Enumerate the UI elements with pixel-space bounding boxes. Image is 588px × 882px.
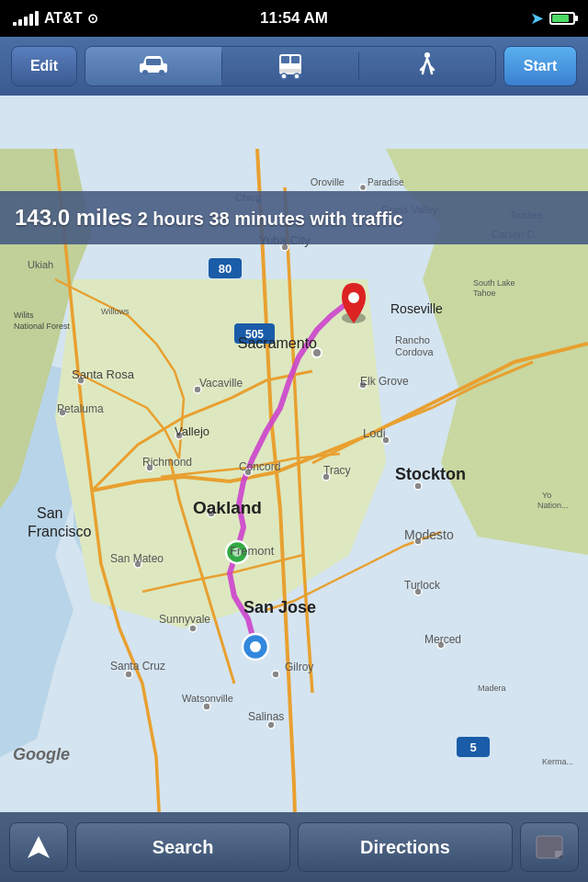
svg-text:Turlock: Turlock xyxy=(404,579,441,592)
svg-point-47 xyxy=(348,292,359,303)
start-button[interactable]: Start xyxy=(503,46,577,86)
svg-text:Paradise: Paradise xyxy=(368,177,404,187)
svg-text:Vacaville: Vacaville xyxy=(199,377,243,390)
route-miles: 143.0 miles xyxy=(15,205,132,230)
svg-text:Watsonville: Watsonville xyxy=(182,693,233,704)
svg-text:National Forest: National Forest xyxy=(14,322,71,331)
svg-text:Richmond: Richmond xyxy=(142,456,192,469)
bus-mode-button[interactable] xyxy=(222,46,358,86)
svg-rect-5 xyxy=(291,56,300,63)
route-info-text: 143.0 miles 2 hours 38 minutes with traf… xyxy=(15,205,403,231)
svg-text:Madera: Madera xyxy=(478,684,506,693)
svg-point-35 xyxy=(203,703,210,710)
battery-icon xyxy=(549,12,575,25)
map-area[interactable]: 80 505 5 xyxy=(0,96,588,845)
svg-text:Tahoe: Tahoe xyxy=(473,288,496,298)
svg-text:Yo: Yo xyxy=(542,491,551,500)
svg-rect-2 xyxy=(146,59,161,65)
svg-text:Modesto: Modesto xyxy=(404,527,454,542)
carrier-label: AT&T xyxy=(44,10,82,27)
svg-text:Cordova: Cordova xyxy=(395,346,434,357)
svg-text:Salinas: Salinas xyxy=(248,710,284,723)
svg-text:5: 5 xyxy=(469,741,476,754)
svg-point-1 xyxy=(159,70,164,75)
svg-text:San: San xyxy=(37,505,62,521)
svg-point-43 xyxy=(250,641,261,652)
svg-text:Tracy: Tracy xyxy=(323,464,351,477)
svg-marker-94 xyxy=(28,836,50,858)
svg-point-8 xyxy=(294,74,300,79)
car-mode-button[interactable] xyxy=(85,46,221,86)
svg-text:Roseville: Roseville xyxy=(390,301,443,316)
svg-text:Rancho: Rancho xyxy=(395,334,430,345)
svg-text:Oroville: Oroville xyxy=(311,176,345,187)
time-display: 11:54 AM xyxy=(260,9,328,28)
svg-text:San Jose: San Jose xyxy=(243,598,316,616)
svg-text:Concord: Concord xyxy=(239,460,280,473)
svg-point-7 xyxy=(281,74,287,79)
svg-text:Nation...: Nation... xyxy=(537,501,569,510)
svg-point-32 xyxy=(189,625,197,632)
search-button[interactable]: Search xyxy=(75,822,290,872)
status-right: ➤ xyxy=(530,8,575,28)
svg-text:Oakland: Oakland xyxy=(193,498,262,517)
transport-mode-group xyxy=(85,46,496,86)
status-left: AT&T ⊙ xyxy=(13,10,98,27)
signal-bars xyxy=(13,11,39,26)
page-curl-icon xyxy=(535,834,564,860)
bus-icon xyxy=(277,52,303,80)
svg-text:Petaluma: Petaluma xyxy=(57,402,104,415)
svg-point-33 xyxy=(272,671,279,678)
bottom-bar: Search Directions xyxy=(0,812,588,882)
pages-button[interactable] xyxy=(520,822,579,872)
wifi-icon: ⊙ xyxy=(87,11,98,26)
google-watermark: Google xyxy=(13,745,70,764)
svg-text:Stockton: Stockton xyxy=(395,465,466,483)
svg-text:Kerma...: Kerma... xyxy=(542,757,573,766)
svg-text:Lodi: Lodi xyxy=(363,426,386,440)
svg-point-9 xyxy=(424,52,430,58)
svg-text:Santa Cruz: Santa Cruz xyxy=(110,660,165,673)
svg-rect-6 xyxy=(279,69,301,73)
route-info-banner: 143.0 miles 2 hours 38 minutes with traf… xyxy=(0,191,588,244)
walk-icon xyxy=(416,51,438,81)
svg-text:Francisco: Francisco xyxy=(28,524,91,539)
svg-text:Sunnyvale: Sunnyvale xyxy=(159,613,210,626)
location-arrow-icon xyxy=(26,834,51,860)
edit-button[interactable]: Edit xyxy=(11,46,77,86)
location-button[interactable] xyxy=(9,822,68,872)
location-arrow-icon: ➤ xyxy=(530,8,544,28)
route-duration: 2 hours 38 minutes with traffic xyxy=(138,209,403,229)
toolbar: Edit xyxy=(0,37,588,96)
svg-text:Willows: Willows xyxy=(101,307,130,316)
svg-text:Gilroy: Gilroy xyxy=(285,661,313,673)
car-icon xyxy=(138,54,169,78)
svg-text:Fremont: Fremont xyxy=(230,544,275,558)
svg-text:San Mateo: San Mateo xyxy=(110,552,164,565)
svg-point-41 xyxy=(360,185,367,191)
svg-text:Wilits: Wilits xyxy=(14,311,34,320)
svg-text:Vallejo: Vallejo xyxy=(175,424,209,438)
svg-text:Ukiah: Ukiah xyxy=(28,259,53,270)
walk-mode-button[interactable] xyxy=(359,46,495,86)
status-bar: AT&T ⊙ 11:54 AM ➤ xyxy=(0,0,588,37)
svg-text:Santa Rosa: Santa Rosa xyxy=(72,368,135,381)
svg-text:Merced: Merced xyxy=(424,633,461,646)
svg-point-0 xyxy=(142,70,148,75)
svg-text:Elk Grove: Elk Grove xyxy=(360,375,409,388)
svg-rect-4 xyxy=(281,56,289,63)
svg-text:South Lake: South Lake xyxy=(473,278,515,288)
svg-text:Sacramento: Sacramento xyxy=(238,335,317,351)
directions-button[interactable]: Directions xyxy=(298,822,513,872)
svg-point-30 xyxy=(414,482,422,490)
svg-text:80: 80 xyxy=(219,262,232,276)
